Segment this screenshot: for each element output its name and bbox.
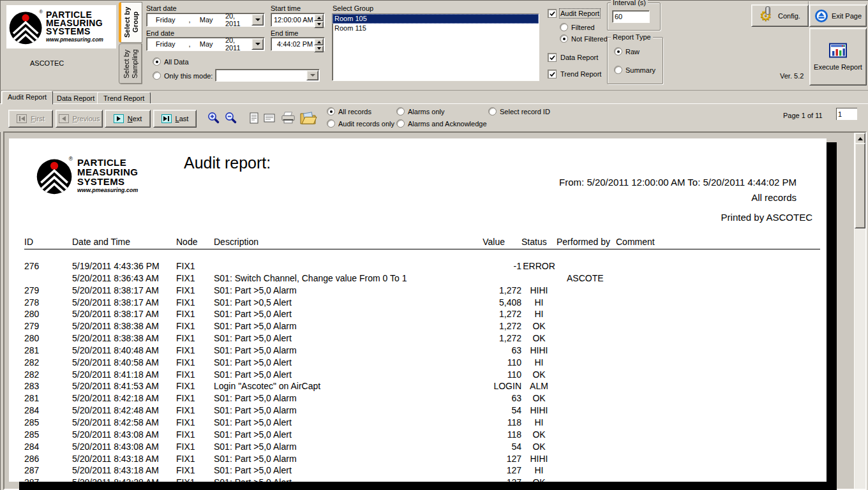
- cell-performed-by: [557, 464, 616, 477]
- zoom-out-button[interactable]: [223, 111, 239, 125]
- all-data-radio[interactable]: All Data: [153, 57, 189, 66]
- start-time-spin-buttons[interactable]: [314, 14, 324, 26]
- start-date-dropdown-button[interactable]: [251, 14, 264, 26]
- cell-node: FIX1: [176, 345, 214, 357]
- config-button[interactable]: ⚙ Config.: [751, 4, 809, 27]
- cell-datetime: 5/20/2011 8:42:58 AM: [72, 417, 176, 429]
- landscape-layout-button[interactable]: [262, 111, 277, 125]
- mode-select[interactable]: [215, 69, 320, 82]
- tab-data-report[interactable]: Data Report: [50, 92, 101, 104]
- first-button-label: First: [31, 115, 44, 122]
- radio-icon: [488, 107, 497, 115]
- audit-records-only-radio[interactable]: Audit records only: [327, 119, 394, 128]
- side-tab-select-by-sampling[interactable]: Select by Sampling: [119, 43, 142, 84]
- cell-description: S01: Part >5,0 Alert: [214, 357, 469, 369]
- start-date-comma: ,: [189, 16, 200, 24]
- end-date-picker[interactable]: Friday , May 20, 2011: [146, 37, 265, 51]
- brand-line3: SYSTEMS: [46, 27, 103, 36]
- radio-icon: [327, 119, 335, 128]
- open-report-button[interactable]: [299, 111, 318, 125]
- alarms-only-radio[interactable]: Alarms only: [396, 107, 444, 115]
- execute-report-button-label: Execute Report: [814, 63, 862, 71]
- radio-icon: [560, 23, 568, 31]
- end-time-spin-buttons[interactable]: [314, 38, 324, 50]
- first-button[interactable]: First: [8, 110, 53, 128]
- cell-comment: [616, 308, 820, 320]
- cell-status: HIHI: [521, 345, 557, 357]
- list-item[interactable]: Room 105: [333, 14, 539, 24]
- portrait-layout-button[interactable]: [246, 111, 262, 125]
- cell-performed-by: [557, 285, 616, 297]
- spinner-down-icon[interactable]: [314, 21, 324, 28]
- cell-description: S01: Switch Channel, Change value From 0…: [214, 272, 469, 285]
- filtered-radio[interactable]: Filtered: [560, 23, 595, 31]
- pms-logo-mark: ®: [35, 155, 75, 196]
- list-item[interactable]: Room 115: [333, 24, 539, 33]
- tab-data-report-label: Data Report: [57, 94, 94, 102]
- cell-datetime: 5/20/2011 8:38:17 AM: [72, 308, 176, 320]
- end-time-label: End time: [271, 29, 298, 37]
- spinner-up-icon[interactable]: [314, 14, 324, 21]
- page-number-input[interactable]: [836, 108, 857, 120]
- summary-radio[interactable]: Summary: [614, 66, 655, 74]
- only-this-mode-radio[interactable]: Only this mode:: [153, 71, 213, 80]
- brand-line3: SYSTEMS: [77, 177, 138, 186]
- exit-page-button[interactable]: Exit Page: [809, 4, 867, 27]
- cell-datetime: 5/20/2011 8:43:08 AM: [72, 441, 176, 453]
- next-button[interactable]: Next: [105, 110, 151, 128]
- cell-id: 280: [24, 332, 72, 345]
- cell-description: S01: Part >5,0 Alarm: [214, 345, 469, 357]
- raw-radio[interactable]: Raw: [614, 47, 640, 56]
- select-record-id-radio[interactable]: Select record ID: [488, 107, 550, 115]
- side-tab-select-by-group[interactable]: Select by Group: [119, 2, 142, 43]
- table-row: 5/20/2011 8:36:43 AM FIX1 S01: Switch Ch…: [24, 272, 820, 285]
- start-date-month: May: [200, 16, 225, 24]
- group-listbox[interactable]: Room 105Room 115: [332, 13, 539, 81]
- cell-node: FIX1: [176, 477, 214, 482]
- table-row: 279 5/20/2011 8:38:38 AM FIX1 S01: Part …: [24, 320, 820, 332]
- cell-datetime: 5/20/2011 8:43:08 AM: [72, 429, 176, 441]
- not-filtered-radio[interactable]: Not Filtered: [560, 34, 608, 43]
- zoom-in-button[interactable]: [206, 111, 221, 125]
- interval-input[interactable]: [612, 10, 650, 23]
- execute-report-button[interactable]: Execute Report: [809, 28, 867, 85]
- cell-node: FIX1: [176, 272, 214, 285]
- end-date-dropdown-button[interactable]: [251, 38, 264, 50]
- trend-report-checkbox[interactable]: Trend Report: [548, 70, 601, 78]
- spinner-up-icon[interactable]: [314, 38, 324, 45]
- all-records-radio[interactable]: All records: [327, 107, 371, 115]
- zoom-in-icon: [207, 112, 220, 124]
- cell-id: 282: [24, 357, 72, 369]
- start-time-spinner[interactable]: 12:00:00 AM: [271, 13, 325, 27]
- vertical-scrollbar[interactable]: [854, 133, 865, 489]
- cell-value: 118: [469, 429, 521, 441]
- cell-performed-by: [557, 429, 616, 441]
- cell-comment: [616, 453, 820, 465]
- mode-select-dropdown-button[interactable]: [306, 70, 318, 80]
- alarms-and-acknowledge-radio[interactable]: Alarms and Acknowledge: [396, 119, 487, 128]
- last-button[interactable]: Last: [153, 110, 197, 128]
- audit-report-checkbox[interactable]: Audit Report: [548, 9, 599, 18]
- cell-description: S01: Part >5,0 Alert: [214, 477, 469, 482]
- cell-id: 287: [24, 464, 72, 477]
- checkbox-checked-icon: [548, 9, 557, 18]
- start-date-picker[interactable]: Friday , May 20, 2011: [146, 13, 265, 27]
- cell-id: 279: [24, 320, 72, 332]
- data-report-checkbox[interactable]: Data Report: [548, 53, 598, 62]
- cell-performed-by: [557, 260, 616, 272]
- cell-comment: [616, 441, 820, 453]
- previous-button[interactable]: Previous: [56, 110, 103, 128]
- cell-node: FIX1: [176, 392, 214, 405]
- cell-value: 1,272: [469, 308, 521, 320]
- end-time-spinner[interactable]: 4:44:02 PM: [271, 37, 325, 51]
- cell-description: S01: Part >5,0 Alarm: [214, 405, 469, 417]
- alarms-only-label: Alarms only: [408, 108, 444, 115]
- cell-value: 1,272: [469, 285, 521, 297]
- cell-value: 127: [469, 464, 521, 477]
- tab-trend-report[interactable]: Trend Report: [97, 92, 151, 104]
- print-button[interactable]: [281, 111, 296, 125]
- tab-audit-report[interactable]: Audit Report: [1, 91, 53, 105]
- scrollbar-thumb[interactable]: [855, 143, 865, 228]
- spinner-down-icon[interactable]: [314, 45, 324, 52]
- cell-performed-by: ASCOTE: [557, 272, 616, 285]
